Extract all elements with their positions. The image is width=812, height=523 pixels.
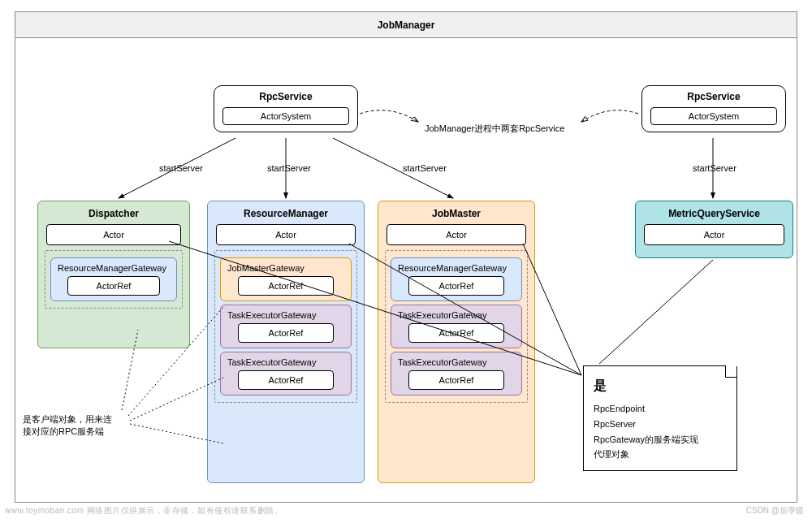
jm-gateway-te1-ref: ActorRef xyxy=(408,323,504,343)
rm-gateway-jobmaster: JobMasterGateway ActorRef xyxy=(220,257,352,301)
rm-gateways: JobMasterGateway ActorRef TaskExecutorGa… xyxy=(214,250,357,403)
rpc-service-2: RpcService ActorSystem xyxy=(641,85,786,132)
jm-gateway-te2-title: TaskExecutorGateway xyxy=(396,356,516,370)
rm-gateway-te1-title: TaskExecutorGateway xyxy=(226,309,346,323)
dispatcher-actor: Actor xyxy=(46,224,181,245)
rm-gateway-jobmaster-ref: ActorRef xyxy=(238,276,334,296)
rpc-service-1-title: RpcService xyxy=(214,86,357,106)
jm-gateway-te2: TaskExecutorGateway ActorRef xyxy=(391,352,522,395)
start-server-2: startServer xyxy=(267,163,311,173)
left-caption: 是客户端对象，用来连 接对应的RPC服务端 xyxy=(23,413,145,439)
rm-gateway-te2-ref: ActorRef xyxy=(238,370,334,390)
jm-gateway-te2-ref: ActorRef xyxy=(408,370,504,390)
note-l4: 代理对象 xyxy=(594,447,727,462)
start-server-1: startServer xyxy=(159,163,203,173)
rm-actor: Actor xyxy=(216,224,356,245)
mqs-actor: Actor xyxy=(644,224,784,245)
resource-manager: ResourceManager Actor JobMasterGateway A… xyxy=(207,201,365,483)
metric-query-service: MetricQueryService Actor xyxy=(635,201,793,258)
jm-gateway-te1-title: TaskExecutorGateway xyxy=(396,309,516,323)
jm-actor: Actor xyxy=(387,224,526,245)
rm-gateway-te1: TaskExecutorGateway ActorRef xyxy=(220,305,352,348)
mqs-title: MetricQueryService xyxy=(641,206,788,224)
rm-gateway-te2: TaskExecutorGateway ActorRef xyxy=(220,352,352,395)
rm-gateway-jobmaster-title: JobMasterGateway xyxy=(226,262,346,276)
footer-right: CSDN @后季暖 xyxy=(746,505,804,517)
jm-gateway-rm-title: ResourceManagerGateway xyxy=(396,262,516,276)
start-server-4: startServer xyxy=(693,163,736,173)
dispatcher: Dispatcher Actor ResourceManagerGateway … xyxy=(37,201,190,348)
rpc-service-1: RpcService ActorSystem xyxy=(214,85,358,132)
caption-l1: 是客户端对象，用来连 xyxy=(23,414,112,424)
dispatcher-gateway-rm-ref: ActorRef xyxy=(67,276,160,296)
start-server-3: startServer xyxy=(403,163,447,173)
caption-l2: 接对应的RPC服务端 xyxy=(23,426,104,436)
jm-gateway-te1: TaskExecutorGateway ActorRef xyxy=(391,305,522,348)
jm-title: JobMaster xyxy=(383,206,529,224)
note-l2: RpcServer xyxy=(594,417,727,432)
dispatcher-gateway-rm-title: ResourceManagerGateway xyxy=(56,262,171,276)
rpc-service-1-actor-system: ActorSystem xyxy=(222,107,349,125)
rm-title: ResourceManager xyxy=(213,206,359,224)
jm-gateway-rm: ResourceManagerGateway ActorRef xyxy=(391,257,522,301)
note-l3: RpcGateway的服务端实现 xyxy=(594,432,727,447)
note-l1: RpcEndpoint xyxy=(594,401,727,417)
header-title: JobManager xyxy=(378,19,435,31)
note-head: 是 xyxy=(594,374,727,396)
dispatcher-title: Dispatcher xyxy=(43,206,184,224)
jm-gateway-rm-ref: ActorRef xyxy=(408,276,504,296)
header-bar: JobManager xyxy=(15,12,797,38)
jm-gateways: ResourceManagerGateway ActorRef TaskExec… xyxy=(385,250,528,403)
note-box: 是 RpcEndpoint RpcServer RpcGateway的服务端实现… xyxy=(583,365,737,471)
dispatcher-gateway-rm: ResourceManagerGateway ActorRef xyxy=(50,257,177,301)
rm-gateway-te2-title: TaskExecutorGateway xyxy=(226,356,346,370)
mid-note: JobManager进程中两套RpcService xyxy=(425,123,564,135)
job-master: JobMaster Actor ResourceManagerGateway A… xyxy=(378,201,535,483)
dispatcher-gateways: ResourceManagerGateway ActorRef xyxy=(45,250,183,309)
rm-gateway-te1-ref: ActorRef xyxy=(238,323,334,343)
rpc-service-2-title: RpcService xyxy=(642,86,785,106)
footer-left: www.toymoban.com 网络图片仅供展示，非存储，如有侵权请联系删除。 xyxy=(5,505,283,517)
rpc-service-2-actor-system: ActorSystem xyxy=(650,107,777,125)
